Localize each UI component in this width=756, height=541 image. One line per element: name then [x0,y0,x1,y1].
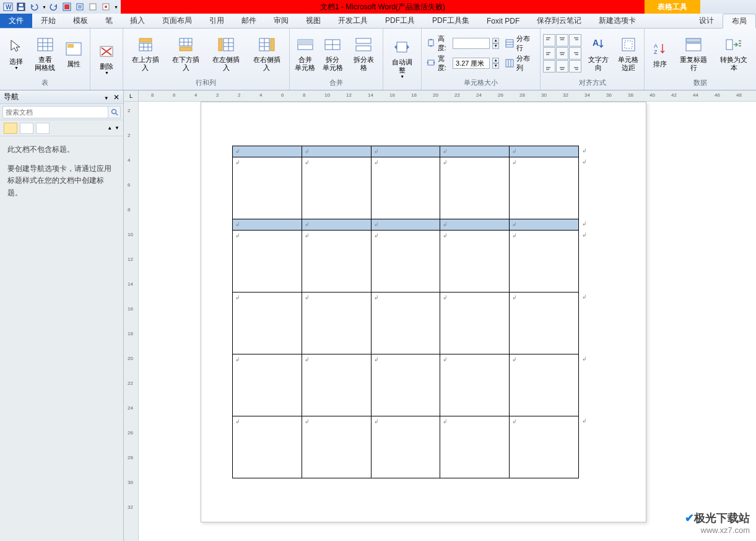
qat-icon-3[interactable] [87,1,98,12]
svg-rect-6 [64,4,69,9]
nav-dropdown[interactable]: ▼ [104,95,109,101]
save-icon[interactable] [15,1,27,12]
view-gridlines-button[interactable]: 查看 网格线 [31,33,59,73]
gridlines-icon [35,35,55,55]
insert-left-icon [216,35,236,55]
tab-template[interactable]: 模板 [64,14,97,28]
nav-prev[interactable]: ▲ [107,125,112,131]
repeat-header-button[interactable]: 重复标题行 [674,33,713,73]
nav-view-results[interactable] [36,123,50,134]
height-label: 高度: [438,34,450,53]
distribute-rows-button[interactable]: 分布行 [505,34,535,53]
tab-pdftoolset[interactable]: PDF工具集 [424,14,478,28]
page-holder[interactable]: ↲↲↲↲↲↲ ↲↲↲↲↲↲ ↲↲↲↲↲↲ ↲↲↲↲↲↲ ↲↲↲↲↲↲ ↲↲↲↲↲… [139,102,756,541]
height-spin-up[interactable]: ▲ [492,38,499,43]
insert-below-button[interactable]: 在下方插入 [166,33,205,73]
align-ml[interactable] [543,47,555,59]
tab-pdftools[interactable]: PDF工具 [376,14,424,28]
split-icon [323,35,342,55]
tab-mailings[interactable]: 邮件 [233,14,265,28]
width-spin-up[interactable]: ▲ [492,58,499,63]
search-input[interactable] [2,106,108,118]
svg-point-90 [111,109,116,113]
nav-no-headings: 此文档不包含标题。 [7,144,116,156]
navigation-pane: 导航 ▼ ✕ ▲ ▼ 此文档不包含标题。 要创建导航选项卡，请通过应用标题样式在… [0,90,124,541]
search-button[interactable] [108,106,121,118]
split-cells-button[interactable]: 拆分 单元格 [319,33,346,73]
nav-close[interactable]: ✕ [113,93,119,102]
document-page: ↲↲↲↲↲↲ ↲↲↲↲↲↲ ↲↲↲↲↲↲ ↲↲↲↲↲↲ ↲↲↲↲↲↲ ↲↲↲↲↲… [201,102,646,522]
split-table-button[interactable]: 拆分表格 [347,33,380,73]
tab-pen[interactable]: 笔 [97,14,121,28]
tab-pagelayout[interactable]: 页面布局 [154,14,201,28]
height-icon [427,38,435,48]
properties-button[interactable]: 属性 [60,38,87,69]
svg-text:A: A [593,38,599,48]
insert-right-button[interactable]: 在右侧插入 [247,33,286,73]
group-data: AZ排序 重复标题行 转换为文本 数据 [645,29,756,90]
tab-design[interactable]: 设计 [690,14,723,28]
tab-insert[interactable]: 插入 [121,14,154,28]
split-table-icon [354,35,373,55]
width-spin-down[interactable]: ▼ [492,63,499,69]
insert-left-button[interactable]: 在左侧插入 [207,33,246,73]
merge-cells-button[interactable]: 合并 单元格 [292,33,319,73]
svg-rect-86 [726,40,732,50]
svg-rect-50 [356,38,371,43]
undo-dropdown[interactable]: ▼ [42,5,46,9]
svg-text:Z: Z [654,49,658,55]
height-input[interactable] [453,38,490,49]
qat-customize[interactable]: ▼ [114,5,118,9]
vertical-ruler[interactable]: 22468101214161820222426283032 [124,102,139,541]
horizontal-ruler[interactable]: 8642246810121416182022242628303234363840… [139,90,756,102]
tab-review[interactable]: 审阅 [265,14,297,28]
sort-button[interactable]: AZ排序 [647,38,673,69]
qat-icon-1[interactable] [61,1,72,12]
tab-developer[interactable]: 开发工具 [329,14,376,28]
qat-icon-4[interactable] [100,1,111,12]
distribute-cols-button[interactable]: 分布列 [505,54,535,73]
svg-rect-14 [38,38,53,51]
nav-next[interactable]: ▼ [115,125,119,131]
qat-icon-2[interactable] [74,1,85,12]
width-input[interactable] [453,58,490,69]
nav-view-headings[interactable] [4,123,17,134]
redo-icon[interactable] [48,1,59,12]
align-bl[interactable] [543,60,555,73]
undo-icon[interactable] [28,1,40,12]
align-bc[interactable] [556,60,568,73]
align-mc[interactable] [556,47,568,59]
text-direction-button[interactable]: A文字方向 [583,33,614,73]
insert-above-button[interactable]: 在上方插入 [126,33,165,73]
tab-home[interactable]: 开始 [32,14,64,28]
properties-icon [64,39,84,59]
tab-cloudnote[interactable]: 保存到云笔记 [528,14,590,28]
align-br[interactable] [569,60,581,73]
svg-point-13 [105,6,107,8]
nav-hint: 要创建导航选项卡，请通过应用标题样式在您的文档中创建标题。 [7,163,116,199]
tab-newtab[interactable]: 新建选项卡 [590,14,645,28]
sort-icon: AZ [650,39,670,59]
svg-rect-38 [219,38,222,51]
tab-layout[interactable]: 布局 [723,14,756,29]
tab-file[interactable]: 文件 [0,14,32,28]
align-tl[interactable] [543,34,555,46]
tab-references[interactable]: 引用 [201,14,233,28]
align-tr[interactable] [569,34,581,46]
cell-margins-button[interactable]: 单元格 边距 [615,33,641,73]
align-tc[interactable] [556,34,568,46]
autofit-button[interactable]: 自动调整▼ [386,36,419,80]
nav-view-buttons: ▲ ▼ [0,120,123,136]
tab-view[interactable]: 视图 [297,14,329,28]
delete-button[interactable]: 删除▼ [93,40,120,76]
text-direction-icon: A [589,35,609,55]
select-button[interactable]: 选择▼ [2,35,30,71]
tab-foxitpdf[interactable]: Foxit PDF [478,14,528,28]
convert-text-button[interactable]: 转换为文本 [715,33,754,73]
height-spin-down[interactable]: ▼ [492,43,499,49]
width-icon [427,58,435,68]
nav-view-pages[interactable] [20,123,33,134]
svg-rect-84 [686,38,701,42]
document-table[interactable]: ↲↲↲↲↲↲ ↲↲↲↲↲↲ ↲↲↲↲↲↲ ↲↲↲↲↲↲ ↲↲↲↲↲↲ ↲↲↲↲↲… [232,146,579,478]
align-mr[interactable] [569,47,581,59]
